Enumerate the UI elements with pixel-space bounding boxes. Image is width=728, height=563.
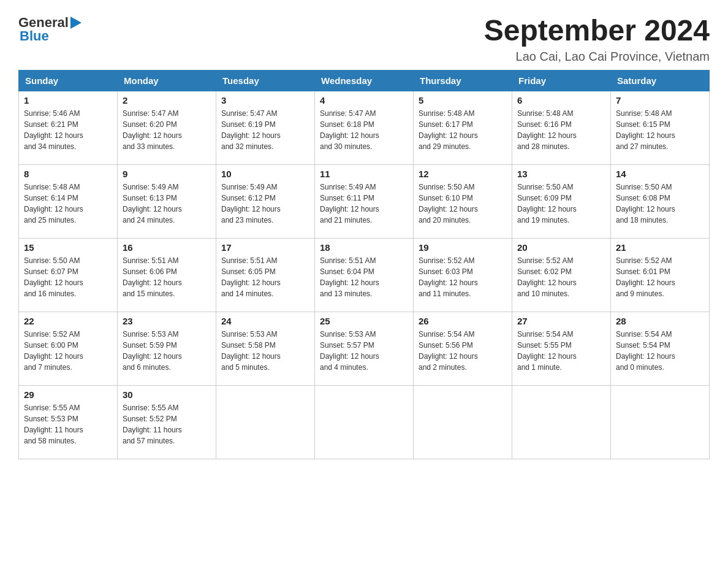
day-number: 27: [517, 316, 605, 326]
calendar-week-row: 1Sunrise: 5:46 AMSunset: 6:21 PMDaylight…: [19, 91, 710, 164]
day-number: 29: [24, 389, 112, 400]
day-number: 15: [24, 242, 112, 253]
day-number: 25: [320, 316, 408, 326]
day-number: 3: [221, 95, 309, 105]
day-number: 24: [221, 316, 309, 326]
day-number: 12: [419, 169, 507, 179]
day-info: Sunrise: 5:50 AMSunset: 6:07 PMDaylight:…: [24, 255, 112, 299]
day-info: Sunrise: 5:48 AMSunset: 6:17 PMDaylight:…: [419, 108, 507, 152]
table-row: [512, 385, 611, 459]
day-info: Sunrise: 5:51 AMSunset: 6:06 PMDaylight:…: [123, 255, 211, 299]
day-info: Sunrise: 5:50 AMSunset: 6:08 PMDaylight:…: [616, 182, 704, 226]
day-number: 19: [419, 242, 507, 253]
day-info: Sunrise: 5:52 AMSunset: 6:03 PMDaylight:…: [419, 255, 507, 299]
col-monday: Monday: [118, 70, 216, 91]
day-number: 22: [24, 316, 112, 326]
day-number: 14: [616, 169, 704, 179]
day-info: Sunrise: 5:46 AMSunset: 6:21 PMDaylight:…: [24, 108, 112, 152]
day-number: 26: [419, 316, 507, 326]
table-row: 21Sunrise: 5:52 AMSunset: 6:01 PMDayligh…: [611, 238, 710, 312]
table-row: 1Sunrise: 5:46 AMSunset: 6:21 PMDaylight…: [19, 91, 118, 164]
table-row: 3Sunrise: 5:47 AMSunset: 6:19 PMDaylight…: [216, 91, 315, 164]
table-row: [414, 385, 512, 459]
day-number: 10: [221, 169, 309, 179]
day-number: 9: [123, 169, 211, 179]
col-thursday: Thursday: [414, 70, 512, 91]
day-info: Sunrise: 5:53 AMSunset: 5:59 PMDaylight:…: [123, 329, 211, 373]
day-number: 21: [616, 242, 704, 253]
table-row: 30Sunrise: 5:55 AMSunset: 5:52 PMDayligh…: [118, 385, 216, 459]
day-info: Sunrise: 5:51 AMSunset: 6:05 PMDaylight:…: [221, 255, 309, 299]
table-row: 5Sunrise: 5:48 AMSunset: 6:17 PMDaylight…: [414, 91, 512, 164]
logo-arrow-icon: [70, 17, 82, 29]
day-info: Sunrise: 5:52 AMSunset: 6:00 PMDaylight:…: [24, 329, 112, 373]
table-row: [315, 385, 414, 459]
day-number: 13: [517, 169, 605, 179]
table-row: [611, 385, 710, 459]
day-info: Sunrise: 5:47 AMSunset: 6:18 PMDaylight:…: [320, 108, 408, 152]
table-row: 28Sunrise: 5:54 AMSunset: 5:54 PMDayligh…: [611, 312, 710, 385]
day-number: 17: [221, 242, 309, 253]
table-row: 12Sunrise: 5:50 AMSunset: 6:10 PMDayligh…: [414, 164, 512, 238]
calendar-week-row: 8Sunrise: 5:48 AMSunset: 6:14 PMDaylight…: [19, 164, 710, 238]
day-info: Sunrise: 5:55 AMSunset: 5:53 PMDaylight:…: [24, 402, 112, 446]
calendar-header-row: Sunday Monday Tuesday Wednesday Thursday…: [19, 70, 710, 91]
table-row: 6Sunrise: 5:48 AMSunset: 6:16 PMDaylight…: [512, 91, 611, 164]
table-row: [216, 385, 315, 459]
page-header: General Blue September 2024 Lao Cai, Lao…: [18, 15, 710, 64]
table-row: 20Sunrise: 5:52 AMSunset: 6:02 PMDayligh…: [512, 238, 611, 312]
day-number: 4: [320, 95, 408, 105]
col-friday: Friday: [512, 70, 611, 91]
table-row: 2Sunrise: 5:47 AMSunset: 6:20 PMDaylight…: [118, 91, 216, 164]
day-info: Sunrise: 5:52 AMSunset: 6:02 PMDaylight:…: [517, 255, 605, 299]
logo: General Blue: [18, 15, 82, 44]
day-number: 1: [24, 95, 112, 105]
calendar-week-row: 15Sunrise: 5:50 AMSunset: 6:07 PMDayligh…: [19, 238, 710, 312]
table-row: 18Sunrise: 5:51 AMSunset: 6:04 PMDayligh…: [315, 238, 414, 312]
day-info: Sunrise: 5:55 AMSunset: 5:52 PMDaylight:…: [123, 402, 211, 446]
day-number: 18: [320, 242, 408, 253]
day-info: Sunrise: 5:53 AMSunset: 5:58 PMDaylight:…: [221, 329, 309, 373]
col-wednesday: Wednesday: [315, 70, 414, 91]
day-info: Sunrise: 5:51 AMSunset: 6:04 PMDaylight:…: [320, 255, 408, 299]
day-number: 16: [123, 242, 211, 253]
table-row: 16Sunrise: 5:51 AMSunset: 6:06 PMDayligh…: [118, 238, 216, 312]
calendar-table: Sunday Monday Tuesday Wednesday Thursday…: [18, 70, 710, 459]
table-row: 4Sunrise: 5:47 AMSunset: 6:18 PMDaylight…: [315, 91, 414, 164]
col-tuesday: Tuesday: [216, 70, 315, 91]
day-number: 30: [123, 389, 211, 400]
logo-blue-text: Blue: [20, 28, 82, 44]
col-sunday: Sunday: [19, 70, 118, 91]
day-number: 8: [24, 169, 112, 179]
day-info: Sunrise: 5:48 AMSunset: 6:15 PMDaylight:…: [616, 108, 704, 152]
day-info: Sunrise: 5:49 AMSunset: 6:11 PMDaylight:…: [320, 182, 408, 226]
table-row: 26Sunrise: 5:54 AMSunset: 5:56 PMDayligh…: [414, 312, 512, 385]
calendar-week-row: 29Sunrise: 5:55 AMSunset: 5:53 PMDayligh…: [19, 385, 710, 459]
day-info: Sunrise: 5:54 AMSunset: 5:56 PMDaylight:…: [419, 329, 507, 373]
calendar-subtitle: Lao Cai, Lao Cai Province, Vietnam: [484, 50, 710, 64]
calendar-week-row: 22Sunrise: 5:52 AMSunset: 6:00 PMDayligh…: [19, 312, 710, 385]
svg-marker-0: [70, 17, 82, 29]
day-info: Sunrise: 5:53 AMSunset: 5:57 PMDaylight:…: [320, 329, 408, 373]
table-row: 29Sunrise: 5:55 AMSunset: 5:53 PMDayligh…: [19, 385, 118, 459]
table-row: 8Sunrise: 5:48 AMSunset: 6:14 PMDaylight…: [19, 164, 118, 238]
day-info: Sunrise: 5:49 AMSunset: 6:12 PMDaylight:…: [221, 182, 309, 226]
table-row: 7Sunrise: 5:48 AMSunset: 6:15 PMDaylight…: [611, 91, 710, 164]
table-row: 17Sunrise: 5:51 AMSunset: 6:05 PMDayligh…: [216, 238, 315, 312]
day-info: Sunrise: 5:47 AMSunset: 6:19 PMDaylight:…: [221, 108, 309, 152]
day-number: 28: [616, 316, 704, 326]
day-info: Sunrise: 5:52 AMSunset: 6:01 PMDaylight:…: [616, 255, 704, 299]
day-number: 7: [616, 95, 704, 105]
table-row: 19Sunrise: 5:52 AMSunset: 6:03 PMDayligh…: [414, 238, 512, 312]
day-info: Sunrise: 5:54 AMSunset: 5:54 PMDaylight:…: [616, 329, 704, 373]
day-number: 6: [517, 95, 605, 105]
table-row: 22Sunrise: 5:52 AMSunset: 6:00 PMDayligh…: [19, 312, 118, 385]
table-row: 27Sunrise: 5:54 AMSunset: 5:55 PMDayligh…: [512, 312, 611, 385]
day-info: Sunrise: 5:47 AMSunset: 6:20 PMDaylight:…: [123, 108, 211, 152]
table-row: 9Sunrise: 5:49 AMSunset: 6:13 PMDaylight…: [118, 164, 216, 238]
day-number: 23: [123, 316, 211, 326]
table-row: 23Sunrise: 5:53 AMSunset: 5:59 PMDayligh…: [118, 312, 216, 385]
day-number: 5: [419, 95, 507, 105]
table-row: 25Sunrise: 5:53 AMSunset: 5:57 PMDayligh…: [315, 312, 414, 385]
day-info: Sunrise: 5:48 AMSunset: 6:16 PMDaylight:…: [517, 108, 605, 152]
